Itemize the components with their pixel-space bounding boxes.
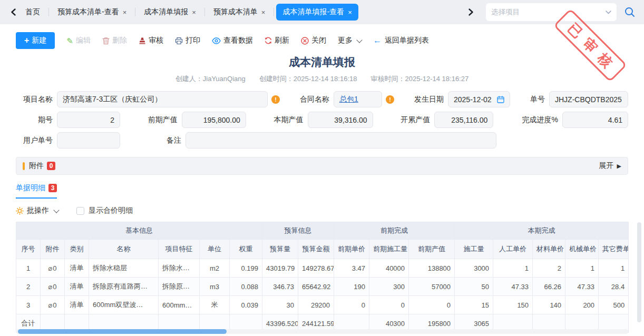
attachment-label: 附件 [29, 161, 44, 171]
occur-date-label: 发生日期 [411, 95, 444, 104]
cell-name: 600mm双壁波… [89, 296, 159, 314]
view-data-button[interactable]: 查看数据 [212, 36, 253, 45]
cell-name: 拆除原有道路两… [89, 278, 159, 296]
stamp-icon [139, 37, 146, 45]
show-total-detail-label: 显示合价明细 [89, 206, 133, 215]
column-group-header: 基本信息 [16, 222, 262, 240]
expand-button[interactable]: 展开 ▶ [599, 161, 621, 171]
table-row[interactable]: 1⌀0清单拆除水稳层拆除水…m20.19943019.79149278.673.… [16, 259, 629, 278]
grid-toolbar: 批操作 显示合价明细 [16, 204, 628, 218]
cum-output-field[interactable]: 235,116.00 [434, 112, 493, 128]
prev-output-field[interactable]: 195,800.00 [182, 112, 246, 128]
table-row[interactable]: 2⌀0清单拆除原有道路两…拆除原…m30.088346.7365642.9219… [16, 278, 629, 296]
checkbox-icon[interactable] [76, 207, 84, 215]
triangle-right-icon: ▶ [617, 163, 621, 170]
cell-qty: 50 [455, 278, 493, 296]
column-header: 权重 [230, 240, 262, 259]
cell-prev-qty: 40000 [369, 259, 409, 278]
project-name-label: 项目名称 [16, 95, 53, 104]
tab-separator [204, 8, 205, 16]
refresh-label: 刷新 [275, 36, 289, 45]
tab-close-icon[interactable]: × [123, 8, 127, 16]
detail-tabs: 单据明细 3 [16, 183, 628, 199]
cur-output-field[interactable]: 39,316.00 [308, 112, 373, 128]
column-header: 前期施工量 [369, 240, 409, 259]
column-group-header: 预算信息 [262, 222, 334, 240]
tab-doc-detail[interactable]: 单据明细 3 [16, 183, 57, 199]
cur-output-value: 39,316.00 [334, 116, 367, 124]
remark-field[interactable] [186, 132, 496, 149]
column-header: 名称 [89, 240, 159, 259]
project-name-field[interactable]: 济邹高速7-3工区（庆虹公司） [57, 91, 268, 107]
occur-date-field[interactable]: 2025-12-02 [448, 91, 510, 107]
tab-label: 预算成本清单 [213, 7, 258, 17]
attachment-bar[interactable]: 附件 0 展开 ▶ [16, 157, 628, 175]
cell-prev-price: 190 [334, 278, 369, 296]
close-button[interactable]: 关闭 [301, 36, 326, 45]
audit-button[interactable]: 审核 [139, 36, 163, 45]
doc-no-field[interactable]: JHJZ-CBQDTB2025 [549, 91, 628, 107]
column-group-header: 前期完成 [334, 222, 455, 240]
chevron-down-icon [53, 207, 59, 213]
close-label: 关闭 [311, 36, 326, 45]
column-header: 前期产值 [409, 240, 455, 259]
table-row[interactable]: 3⌀0清单600mm双壁波…600mm…米0.03930292000001515… [16, 296, 629, 314]
cell-category: 清单 [65, 296, 89, 314]
progress-field[interactable]: 4.61 [562, 112, 628, 128]
back-label: 返回单据列表 [385, 36, 429, 45]
tab-close-icon[interactable]: × [192, 8, 196, 16]
cell-name: 拆除水稳层 [89, 259, 159, 278]
contract-link[interactable]: 总包1 [339, 95, 358, 104]
batch-operation-button[interactable]: 批操作 [16, 206, 58, 215]
column-header: 单位 [200, 240, 230, 259]
new-button[interactable]: +新建 [16, 32, 55, 49]
cell-attachment[interactable]: ⌀0 [41, 278, 65, 296]
cell-qty: 15 [455, 296, 493, 314]
cell-feature: 600mm… [159, 296, 200, 314]
tab-close-icon[interactable]: × [348, 8, 352, 16]
vertical-scrollbar-thumb[interactable] [637, 222, 641, 322]
user-doc-no-field[interactable] [57, 132, 120, 149]
doc-no-value: JHJZ-CBQDTB2025 [555, 95, 622, 104]
tab-separator [48, 8, 49, 16]
cell-attachment[interactable]: ⌀0 [41, 296, 65, 314]
prev-output-label: 前期产值 [145, 115, 178, 125]
tab-cost-list-fill[interactable]: 成本清单填报× [138, 4, 202, 21]
tab-cost-list-fill-view-active[interactable]: 成本清单填报-查看× [276, 4, 358, 21]
cell-machine-price: 47.33 [565, 278, 599, 296]
cell-budget-qty: 346.73 [262, 278, 298, 296]
horizontal-scrollbar-thumb[interactable] [18, 329, 227, 334]
print-button[interactable]: 打印 [175, 36, 200, 45]
delete-button[interactable]: 删除 [102, 36, 127, 45]
tab-close-icon[interactable]: × [261, 8, 266, 16]
user-doc-no-label: 用户单号 [16, 136, 53, 145]
occur-date-value: 2025-12-02 [454, 95, 492, 104]
cell-prev-value: 138800 [409, 259, 455, 278]
project-select[interactable]: 选择项目 [486, 3, 617, 21]
tabs-scroll-right-icon[interactable] [465, 6, 476, 18]
column-header: 其它费单价 [599, 240, 629, 259]
project-select-placeholder: 选择项目 [491, 7, 606, 17]
calendar-icon[interactable] [497, 96, 504, 103]
tab-budget-cost-list-view[interactable]: 预算成本清单-查看× [51, 4, 133, 21]
cell-prev-qty: 300 [369, 278, 409, 296]
contract-name-field[interactable]: 总包1 [334, 91, 382, 107]
show-total-detail-option[interactable]: 显示合价明细 [76, 206, 133, 215]
back-to-list-button[interactable]: ←返回单据列表 [373, 36, 429, 45]
cell-material-price: 140 [533, 296, 565, 314]
tab-home[interactable]: 首页 [19, 4, 46, 21]
batch-operation-label: 批操作 [27, 206, 49, 215]
search-icon[interactable] [623, 5, 637, 19]
tabs-scroll-left-icon[interactable] [7, 6, 19, 18]
horizontal-scrollbar-track [16, 329, 628, 334]
cell-budget-amount: 149278.67 [298, 259, 334, 278]
more-button[interactable]: 更多 [338, 36, 362, 45]
cell-labor-price: 1 [493, 259, 533, 278]
cell-attachment[interactable]: ⌀0 [41, 259, 65, 278]
period-field[interactable]: 2 [57, 112, 120, 128]
tab-budget-cost-list[interactable]: 预算成本清单× [207, 4, 272, 21]
edit-button[interactable]: ✎编辑 [66, 36, 91, 45]
column-header: 人工单价 [493, 240, 533, 259]
refresh-button[interactable]: 刷新 [265, 36, 289, 45]
creator-text: 创建人：JiaYuanQiang [175, 74, 246, 84]
